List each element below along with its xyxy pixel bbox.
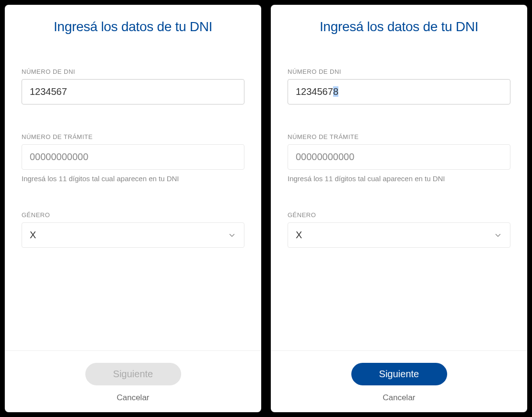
genero-group: GÉNERO X bbox=[22, 211, 244, 248]
dni-input[interactable]: 12345678 bbox=[288, 79, 510, 104]
form-panel-disabled: Ingresá los datos de tu DNI NÚMERO DE DN… bbox=[5, 5, 261, 412]
genero-label: GÉNERO bbox=[288, 211, 510, 219]
dni-value-pre: 1234567 bbox=[30, 86, 67, 97]
genero-value: X bbox=[296, 230, 302, 241]
genero-value: X bbox=[30, 230, 36, 241]
dni-input[interactable]: 1234567 bbox=[22, 79, 244, 104]
genero-select[interactable]: X bbox=[288, 222, 510, 248]
tramite-input[interactable]: 00000000000 bbox=[288, 144, 510, 170]
footer: Siguiente Cancelar bbox=[5, 350, 261, 403]
chevron-down-icon bbox=[228, 231, 236, 240]
dni-group: NÚMERO DE DNI 12345678 bbox=[288, 68, 510, 104]
tramite-group: NÚMERO DE TRÁMITE 00000000000 Ingresá lo… bbox=[22, 133, 244, 183]
page-title: Ingresá los datos de tu DNI bbox=[288, 19, 510, 35]
next-button: Siguiente bbox=[85, 363, 181, 385]
dni-label: NÚMERO DE DNI bbox=[22, 68, 244, 75]
dni-value-pre: 1234567 bbox=[296, 86, 333, 97]
genero-group: GÉNERO X bbox=[288, 211, 510, 248]
tramite-helper: Ingresá los 11 dígitos tal cual aparecen… bbox=[22, 174, 244, 183]
next-button[interactable]: Siguiente bbox=[351, 363, 447, 385]
cancel-button[interactable]: Cancelar bbox=[5, 393, 261, 403]
dni-label: NÚMERO DE DNI bbox=[288, 68, 510, 75]
form-panel-enabled: Ingresá los datos de tu DNI NÚMERO DE DN… bbox=[271, 5, 527, 412]
cancel-button[interactable]: Cancelar bbox=[271, 393, 527, 403]
dni-value-selected: 8 bbox=[333, 86, 338, 97]
tramite-label: NÚMERO DE TRÁMITE bbox=[288, 133, 510, 140]
genero-label: GÉNERO bbox=[22, 211, 244, 219]
page-title: Ingresá los datos de tu DNI bbox=[22, 19, 244, 35]
footer: Siguiente Cancelar bbox=[271, 350, 527, 403]
tramite-label: NÚMERO DE TRÁMITE bbox=[22, 133, 244, 140]
tramite-input[interactable]: 00000000000 bbox=[22, 144, 244, 170]
chevron-down-icon bbox=[494, 231, 502, 240]
tramite-helper: Ingresá los 11 dígitos tal cual aparecen… bbox=[288, 174, 510, 183]
genero-select[interactable]: X bbox=[22, 222, 244, 248]
tramite-group: NÚMERO DE TRÁMITE 00000000000 Ingresá lo… bbox=[288, 133, 510, 183]
dni-group: NÚMERO DE DNI 1234567 bbox=[22, 68, 244, 104]
